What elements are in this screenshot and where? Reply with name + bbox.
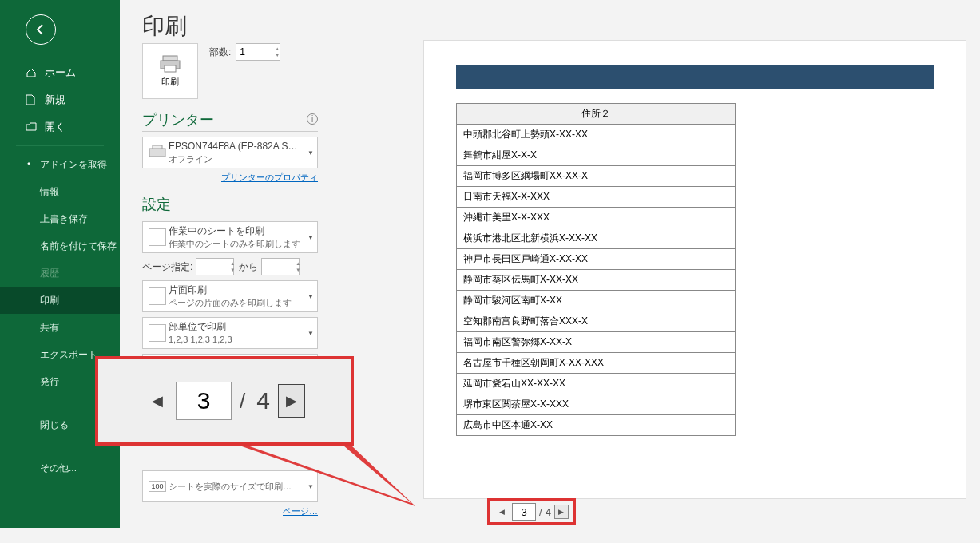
pager-total-magnified: 4 (256, 387, 270, 414)
sidebar-open-label: 開く (45, 120, 65, 134)
chevron-down-icon: ▼ (307, 293, 314, 300)
printer-name: EPSON744F8A (EP-882A S… (169, 140, 312, 153)
setting-scaling[interactable]: 100 シートを実際のサイズで印刷… ▼ (142, 470, 318, 502)
copies-down[interactable]: ▼ (274, 52, 280, 58)
preview-cell: 舞鶴市紺屋X-X-X (457, 145, 736, 166)
svg-rect-4 (153, 145, 162, 149)
preview-cell: 広島市中区本通X-XX (457, 415, 736, 436)
page-to-input[interactable] (261, 258, 300, 275)
page-single-icon (146, 285, 169, 307)
pager-prev[interactable]: ◀ (494, 505, 509, 519)
page-setup-link[interactable]: ページ… (142, 505, 318, 517)
printer-status: オフライン (169, 153, 312, 165)
preview-table: 住所２ 中頭郡北谷町上勢頭X-XX-XX舞鶴市紺屋X-X-X福岡市博多区綱場町X… (456, 103, 736, 436)
preview-cell: 神戸市長田区戸崎通X-XX-XX (457, 249, 736, 270)
sidebar-info[interactable]: 情報 (0, 178, 120, 205)
sidebar-home[interactable]: ホーム (0, 59, 120, 86)
page-from-input[interactable] (196, 258, 234, 275)
print-backstage: 印刷 印刷 部数: ▲▼ プリンター i (120, 0, 980, 528)
print-button[interactable]: 印刷 (142, 43, 198, 99)
preview-cell: 福岡市博多区綱場町XX-XX-X (457, 166, 736, 187)
sidebar-history: 履歴 (0, 260, 120, 287)
chevron-down-icon: ▼ (307, 330, 314, 337)
annotation-callout-magnified-pager: ◀ / 4 ▶ (95, 356, 354, 446)
setting-print-active-sheets[interactable]: 作業中のシートを印刷 作業中のシートのみを印刷します ▼ (142, 221, 318, 253)
sidebar-save[interactable]: 上書き保存 (0, 205, 120, 232)
chevron-down-icon: ▼ (307, 483, 314, 490)
printer-properties-link[interactable]: プリンターのプロパティ (142, 172, 318, 184)
pager-current-magnified[interactable] (176, 382, 232, 420)
preview-cell: 延岡市愛宕山XX-XX-XX (457, 374, 736, 394)
setting-collate[interactable]: 部単位で印刷 1,2,3 1,2,3 1,2,3 ▼ (142, 317, 318, 349)
scale-100-icon: 100 (146, 475, 169, 497)
new-icon (26, 94, 38, 105)
pager-next-magnified[interactable]: ▶ (278, 384, 305, 418)
svg-rect-0 (163, 56, 177, 61)
chevron-down-icon: ▼ (307, 149, 314, 157)
back-button[interactable] (26, 14, 56, 45)
preview-cell: 福岡市南区警弥郷X-XX-X (457, 332, 736, 353)
preview-cell: 名古屋市千種区朝岡町X-XX-XXX (457, 353, 736, 374)
preview-cell: 中頭郡北谷町上勢頭X-XX-XX (457, 125, 736, 145)
sidebar-new[interactable]: 新規 (0, 86, 120, 113)
printer-section-label: プリンター i (142, 110, 318, 132)
annotation-highlight-small: ◀ / 4 ▶ (487, 498, 576, 525)
copies-label: 部数: (209, 46, 231, 59)
preview-cell: 堺市東区関茶屋X-X-XXX (457, 394, 736, 415)
page-range-label: ページ指定: (142, 260, 192, 274)
print-button-label: 印刷 (161, 76, 179, 88)
preview-cell: 静岡市駿河区南町X-XX (457, 291, 736, 311)
pager-next[interactable]: ▶ (554, 505, 569, 519)
pager-prev-magnified[interactable]: ◀ (144, 384, 171, 418)
sidebar-home-label: ホーム (45, 65, 76, 80)
preview-header: 住所２ (457, 104, 736, 125)
preview-cell: 空知郡南富良野町落合XXX-X (457, 311, 736, 332)
settings-section-label: 設定 (142, 195, 318, 216)
sidebar-print[interactable]: 印刷 (0, 287, 120, 314)
printer-selector[interactable]: EPSON744F8A (EP-882A S… オフライン ▼ (142, 137, 318, 168)
info-icon[interactable]: i (307, 113, 318, 125)
arrow-left-icon (34, 23, 47, 36)
preview-cell: 沖縄市美里X-X-XXX (457, 208, 736, 228)
preview-cell: 静岡市葵区伝馬町X-XX-XX (457, 270, 736, 291)
preview-cell: 日南市天福X-X-XXX (457, 187, 736, 208)
backstage-sidebar: ホーム 新規 開く アドインを取得 情報 上書き保存 名前を付けて保存 履歴 印… (0, 0, 120, 528)
folder-open-icon (26, 122, 38, 132)
setting-duplex[interactable]: 片面印刷 ページの片面のみを印刷します ▼ (142, 280, 318, 312)
sidebar-open[interactable]: 開く (0, 113, 120, 141)
sidebar-new-label: 新規 (45, 93, 65, 107)
preview-cell: 横浜市港北区北新横浜X-XX-XX (457, 228, 736, 249)
pager-current-input[interactable] (512, 503, 536, 521)
sidebar-share[interactable]: 共有 (0, 314, 120, 341)
sidebar-saveas[interactable]: 名前を付けて保存 (0, 232, 120, 260)
svg-rect-2 (165, 65, 176, 72)
sidebar-getaddin[interactable]: アドインを取得 (0, 151, 120, 178)
printer-device-icon (146, 141, 169, 164)
sheet-grid-icon (146, 226, 169, 248)
chevron-down-icon: ▼ (307, 234, 314, 241)
pager-total: 4 (546, 506, 551, 518)
collate-icon (146, 322, 169, 344)
preview-title-bar (456, 65, 934, 89)
svg-rect-3 (149, 149, 165, 157)
home-icon (26, 67, 38, 78)
printer-icon (159, 55, 181, 73)
sidebar-other[interactable]: その他... (0, 454, 120, 482)
print-preview: 住所２ 中頭郡北谷町上勢頭X-XX-XX舞鶴市紺屋X-X-X福岡市博多区綱場町X… (423, 40, 966, 499)
copies-up[interactable]: ▲ (274, 46, 280, 52)
